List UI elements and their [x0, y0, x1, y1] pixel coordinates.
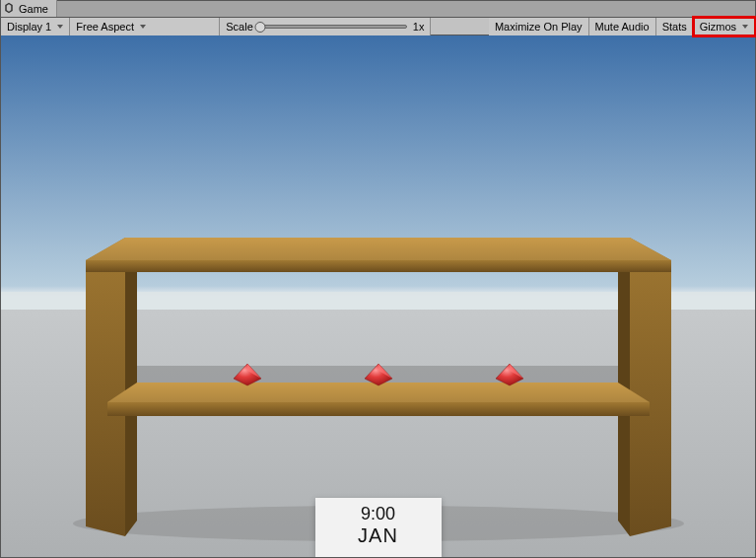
tab-game[interactable]: Game	[1, 0, 57, 17]
scale-slider[interactable]	[259, 25, 407, 29]
mute-audio-toggle[interactable]: Mute Audio	[589, 18, 656, 35]
tab-label: Game	[19, 3, 48, 15]
toolbar: Display 1 Free Aspect Scale 1x Maximize …	[1, 18, 755, 35]
svg-marker-10	[86, 260, 671, 272]
aspect-dropdown[interactable]: Free Aspect	[70, 18, 220, 35]
game-window: Game Display 1 Free Aspect Scale 1x Maxi…	[0, 0, 756, 558]
svg-marker-7	[630, 238, 671, 536]
scale-value: 1x	[413, 21, 425, 33]
scale-slider-thumb[interactable]	[254, 22, 265, 33]
time-text: 9:00	[319, 504, 438, 524]
stats-toggle[interactable]: Stats	[656, 18, 694, 35]
display-dropdown[interactable]: Display 1	[1, 18, 70, 35]
gizmos-dropdown[interactable]: Gizmos	[694, 18, 755, 35]
svg-marker-12	[107, 402, 650, 416]
scale-control: Scale 1x	[220, 18, 431, 35]
unity-icon	[3, 2, 15, 16]
scale-label: Scale	[226, 21, 253, 33]
time-card: 9:00 JAN	[315, 498, 442, 557]
svg-marker-8	[86, 238, 671, 260]
game-viewport: 9:00 JAN	[1, 35, 755, 557]
scene-render	[1, 35, 755, 557]
tab-row: Game	[1, 1, 755, 18]
svg-marker-4	[86, 238, 125, 536]
maximize-on-play-toggle[interactable]: Maximize On Play	[489, 18, 589, 35]
month-text: JAN	[319, 524, 438, 547]
